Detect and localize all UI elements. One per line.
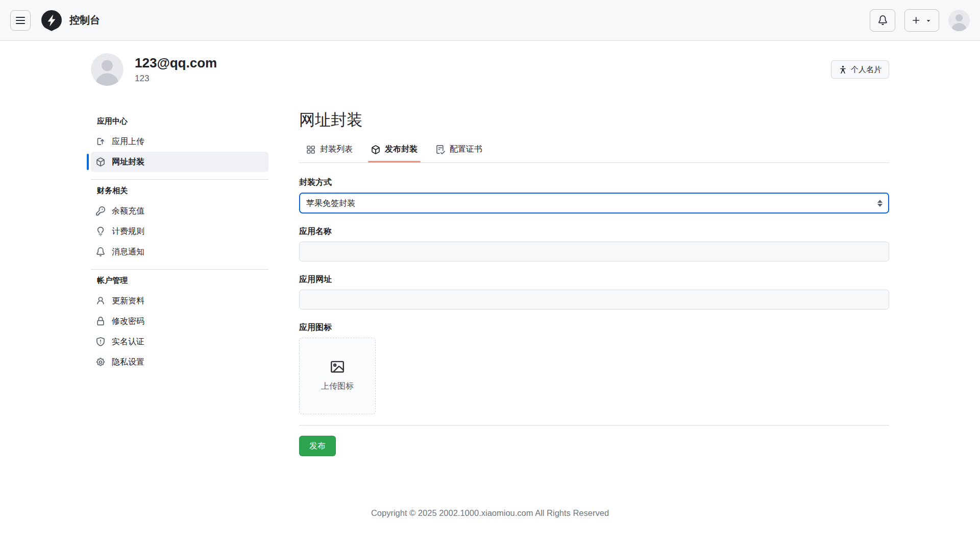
sidebar-item-billing-rules[interactable]: 计费规则: [91, 221, 268, 242]
sidebar-item-label: 应用上传: [112, 136, 144, 147]
bell-icon: [96, 247, 105, 256]
page-footer: Copyright © 2025 2002.1000.xiaomiou.com …: [0, 508, 980, 543]
sidebar-item-label: 计费规则: [112, 226, 144, 237]
sidebar-item-change-password[interactable]: 修改密码: [91, 311, 268, 332]
main-panel: 网址封装 封装列表: [299, 108, 889, 456]
package-icon: [371, 145, 380, 154]
sidebar-item-update-profile[interactable]: 更新资料: [91, 291, 268, 311]
key-icon: [96, 206, 105, 216]
tab-packaging-list[interactable]: 封装列表: [299, 139, 360, 162]
form-divider: [299, 425, 889, 426]
profile-header: 123@qq.com 123 个人名片: [91, 53, 889, 86]
profile-email: 123@qq.com: [135, 55, 217, 71]
sidebar-divider: [91, 269, 268, 270]
lock-icon: [96, 317, 105, 326]
apps-grid-icon: [306, 145, 315, 154]
sidebar-item-label: 隐私设置: [112, 357, 144, 368]
app-logo[interactable]: [40, 9, 63, 32]
logo-lightning-icon: [40, 9, 63, 32]
avatar-placeholder-icon: [91, 53, 124, 86]
icon-upload-dropzone[interactable]: 上传图标: [299, 338, 376, 414]
package-method-select[interactable]: 苹果免签封装: [299, 193, 889, 214]
sidebar-item-label: 修改密码: [112, 316, 144, 327]
app-name-input[interactable]: [299, 242, 889, 262]
person-card-icon: [839, 65, 847, 74]
package-icon: [96, 157, 105, 167]
notifications-button[interactable]: [870, 9, 895, 32]
package-method-label: 封装方式: [299, 177, 889, 188]
header-title: 控制台: [69, 13, 100, 27]
certificate-check-icon: [436, 145, 445, 154]
sidebar-item-balance-recharge[interactable]: 余额充值: [91, 201, 268, 221]
upload-icon-label: 上传图标: [321, 381, 354, 392]
shield-exclamation-icon: [96, 337, 105, 346]
hamburger-icon: [16, 20, 25, 21]
sidebar-item-realname-auth[interactable]: 实名认证: [91, 332, 268, 352]
bell-icon: [878, 15, 888, 25]
sidebar-nav: 应用中心 应用上传: [91, 108, 268, 456]
top-header: 控制台: [0, 0, 980, 41]
sidebar-section-finance: 财务相关: [97, 186, 268, 196]
sidebar-item-label: 余额充值: [112, 206, 144, 217]
tab-label: 封装列表: [320, 144, 353, 155]
caret-down-icon: [925, 17, 932, 24]
sidebar-section-account: 帐户管理: [97, 276, 268, 286]
sidebar-section-app-center: 应用中心: [97, 116, 268, 126]
image-icon: [331, 360, 344, 373]
sidebar-item-notifications[interactable]: 消息通知: [91, 242, 268, 262]
publish-form: 封装方式 苹果免签封装 应用名称 应用网址: [299, 177, 889, 456]
plus-icon: [912, 16, 921, 25]
person-icon: [96, 296, 105, 305]
app-name-label: 应用名称: [299, 226, 889, 237]
sidebar-item-label: 网址封装: [112, 157, 144, 168]
page-content: 123@qq.com 123 个人名片 应用中心: [91, 53, 889, 456]
app-url-input[interactable]: [299, 290, 889, 310]
personal-card-label: 个人名片: [851, 65, 881, 75]
menu-button[interactable]: [10, 10, 31, 31]
app-url-label: 应用网址: [299, 274, 889, 285]
publish-button[interactable]: 发布: [299, 436, 336, 456]
lightbulb-icon: [96, 227, 105, 236]
sidebar-item-label: 更新资料: [112, 296, 144, 306]
sidebar-item-app-upload[interactable]: 应用上传: [91, 131, 268, 152]
personal-card-button[interactable]: 个人名片: [831, 60, 889, 79]
profile-text: 123@qq.com 123: [135, 55, 217, 83]
copyright-text: Copyright © 2025 2002.1000.xiaomiou.com …: [371, 508, 609, 517]
tab-publish-packaging[interactable]: 发布封装: [364, 139, 425, 162]
page-title: 网址封装: [299, 109, 889, 131]
create-new-button[interactable]: [904, 9, 939, 32]
sidebar-item-label: 消息通知: [112, 247, 144, 257]
profile-avatar[interactable]: [91, 53, 124, 86]
tab-configure-certificate[interactable]: 配置证书: [429, 139, 489, 162]
tab-label: 配置证书: [450, 144, 482, 155]
sidebar-item-privacy-settings[interactable]: 隐私设置: [91, 352, 268, 372]
user-avatar[interactable]: [948, 10, 970, 31]
avatar-placeholder-icon: [948, 10, 970, 31]
gear-icon: [96, 358, 105, 367]
sidebar-item-label: 实名认证: [112, 337, 144, 347]
sidebar-divider: [91, 179, 268, 180]
package-method-select-wrap: 苹果免签封装: [299, 193, 889, 214]
console-app: 控制台: [0, 0, 980, 543]
tab-bar: 封装列表 发布封装: [299, 139, 889, 163]
profile-username: 123: [135, 74, 217, 84]
sidebar-item-url-packaging[interactable]: 网址封装: [91, 152, 268, 172]
tab-label: 发布封装: [385, 144, 418, 155]
app-icon-label: 应用图标: [299, 322, 889, 333]
upload-icon: [96, 137, 105, 146]
